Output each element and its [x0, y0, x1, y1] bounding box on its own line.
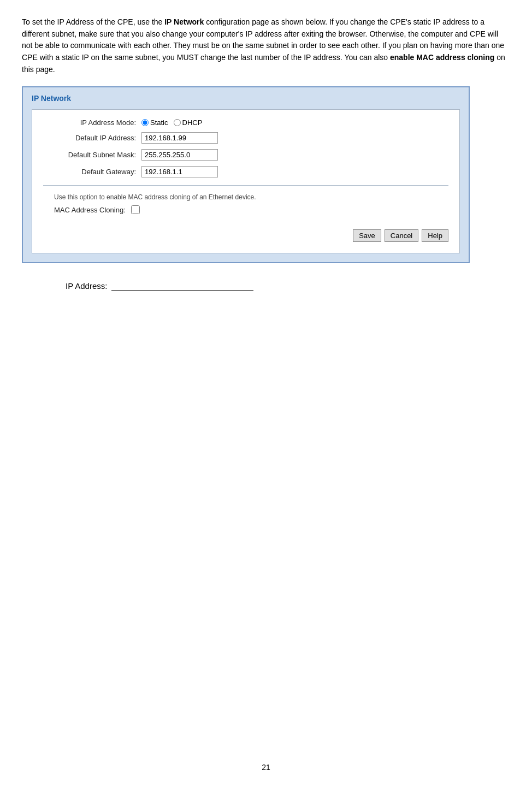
ip-mode-label: IP Address Mode: [43, 119, 141, 127]
ip-address-line: IP Address: [66, 280, 510, 291]
gateway-input[interactable] [141, 166, 218, 177]
mac-row: MAC Address Cloning: [54, 205, 448, 214]
radio-static-label: Static [150, 119, 168, 127]
bold-mac-cloning: enable MAC address cloning [390, 53, 494, 62]
page-number: 21 [262, 763, 270, 772]
default-ip-input[interactable] [141, 132, 218, 144]
radio-static-option[interactable]: Static [141, 119, 168, 127]
panel-inner: IP Address Mode: Static DHCP Default IP … [32, 109, 460, 253]
subnet-label: Default Subnet Mask: [43, 151, 141, 159]
bold-ip-network: IP Network [164, 17, 204, 26]
default-ip-row: Default IP Address: [43, 132, 448, 144]
divider [43, 185, 448, 186]
default-ip-label: Default IP Address: [43, 134, 141, 142]
mac-checkbox[interactable] [131, 205, 140, 214]
gateway-label: Default Gateway: [43, 168, 141, 176]
radio-dhcp-label: DHCP [182, 119, 203, 127]
radio-static[interactable] [141, 119, 149, 126]
ip-mode-row: IP Address Mode: Static DHCP [43, 119, 448, 127]
mac-note: Use this option to enable MAC address cl… [54, 193, 448, 201]
panel-title: IP Network [32, 94, 460, 103]
ip-network-panel: IP Network IP Address Mode: Static DHCP … [22, 86, 470, 263]
help-button[interactable]: Help [422, 229, 448, 242]
subnet-row: Default Subnet Mask: [43, 149, 448, 161]
gateway-row: Default Gateway: [43, 166, 448, 177]
radio-dhcp[interactable] [174, 119, 181, 126]
subnet-input[interactable] [141, 149, 218, 161]
ip-address-blank [111, 280, 253, 291]
ip-address-label: IP Address: [66, 281, 107, 291]
mac-label: MAC Address Cloning: [54, 206, 126, 214]
radio-dhcp-option[interactable]: DHCP [174, 119, 203, 127]
cancel-button[interactable]: Cancel [385, 229, 418, 242]
button-row: Save Cancel Help [43, 224, 448, 242]
ip-mode-radio-group: Static DHCP [141, 119, 202, 127]
save-button[interactable]: Save [353, 229, 381, 242]
main-paragraph: To set the IP Address of the CPE, use th… [22, 16, 510, 75]
